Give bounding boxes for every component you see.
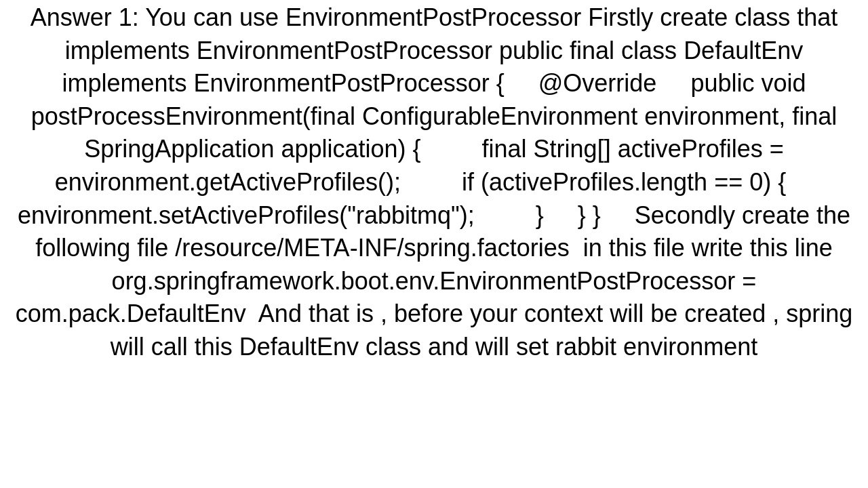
content-area: Answer 1: You can use EnvironmentPostPro… — [0, 0, 868, 488]
answer-text: Answer 1: You can use EnvironmentPostPro… — [7, 0, 861, 364]
